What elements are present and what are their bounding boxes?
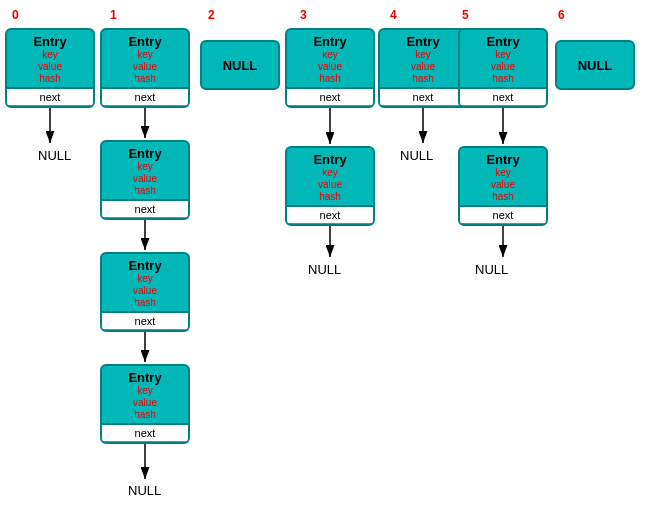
index-2: 2 <box>208 8 215 22</box>
index-5: 5 <box>462 8 469 22</box>
index-1: 1 <box>110 8 117 22</box>
entry-3-hash: hash <box>319 73 341 85</box>
entry-1c3-key: key <box>137 385 153 397</box>
entry-5-chain-1: Entry key value hash next <box>458 146 548 226</box>
null-label-3: NULL <box>308 262 341 277</box>
index-3: 3 <box>300 8 307 22</box>
entry-1c2-value: value <box>133 285 157 297</box>
entry-1-value: value <box>133 61 157 73</box>
entry-3-value: value <box>318 61 342 73</box>
entry-1c2-hash: hash <box>134 297 156 309</box>
entry-1c3-next: next <box>102 423 188 441</box>
entry-3c1-title: Entry <box>313 152 346 167</box>
entry-0-title: Entry <box>33 34 66 49</box>
null-2-label: NULL <box>223 58 258 73</box>
entry-1c1-title: Entry <box>128 146 161 161</box>
entry-5-hash: hash <box>492 73 514 85</box>
entry-5c1-body: Entry key value hash <box>460 148 546 205</box>
entry-5c1-next: next <box>460 205 546 223</box>
index-6: 6 <box>558 8 565 22</box>
entry-3c1-key: key <box>322 167 338 179</box>
entry-3c1-hash: hash <box>319 191 341 203</box>
entry-4-hash: hash <box>412 73 434 85</box>
entry-1-hash: hash <box>134 73 156 85</box>
entry-5c1-hash: hash <box>492 191 514 203</box>
entry-5-key: key <box>495 49 511 61</box>
entry-0-next: next <box>7 87 93 105</box>
entry-1c3-hash: hash <box>134 409 156 421</box>
entry-1-chain-2: Entry key value hash next <box>100 252 190 332</box>
entry-1c1-hash: hash <box>134 185 156 197</box>
entry-1-chain-1: Entry key value hash next <box>100 140 190 220</box>
entry-3-title: Entry <box>313 34 346 49</box>
entry-4-next: next <box>380 87 466 105</box>
null-2: NULL <box>200 40 280 90</box>
entry-1-chain-3: Entry key value hash next <box>100 364 190 444</box>
null-label-0: NULL <box>38 148 71 163</box>
entry-1c3-value: value <box>133 397 157 409</box>
entry-1c2-key: key <box>137 273 153 285</box>
entry-5: Entry key value hash next <box>458 28 548 108</box>
entry-4: Entry key value hash next <box>378 28 468 108</box>
null-label-1end: NULL <box>128 483 161 498</box>
entry-1c2-next: next <box>102 311 188 329</box>
entry-5c1-title: Entry <box>486 152 519 167</box>
entry-1-key: key <box>137 49 153 61</box>
entry-0-value: value <box>38 61 62 73</box>
entry-5c1-value: value <box>491 179 515 191</box>
entry-1c2-body: Entry key value hash <box>102 254 188 311</box>
entry-0: Entry key value hash next <box>5 28 95 108</box>
null-label-5: NULL <box>475 262 508 277</box>
entry-3-next: next <box>287 87 373 105</box>
entry-1c3-body: Entry key value hash <box>102 366 188 423</box>
entry-1-body: Entry key value hash <box>102 30 188 87</box>
entry-1c1-next: next <box>102 199 188 217</box>
diagram: 0 1 2 3 4 5 6 Entry key value hash next … <box>0 0 656 521</box>
entry-3c1-body: Entry key value hash <box>287 148 373 205</box>
entry-4-body: Entry key value hash <box>380 30 466 87</box>
entry-1c1-body: Entry key value hash <box>102 142 188 199</box>
entry-4-title: Entry <box>406 34 439 49</box>
entry-5-title: Entry <box>486 34 519 49</box>
entry-3: Entry key value hash next <box>285 28 375 108</box>
entry-1-next: next <box>102 87 188 105</box>
null-6-label: NULL <box>578 58 613 73</box>
null-6: NULL <box>555 40 635 90</box>
entry-4-value: value <box>411 61 435 73</box>
entry-3c1-next: next <box>287 205 373 223</box>
entry-5-next: next <box>460 87 546 105</box>
entry-4-key: key <box>415 49 431 61</box>
entry-3-chain-1: Entry key value hash next <box>285 146 375 226</box>
entry-1c1-key: key <box>137 161 153 173</box>
entry-3-body: Entry key value hash <box>287 30 373 87</box>
entry-5-value: value <box>491 61 515 73</box>
index-0: 0 <box>12 8 19 22</box>
entry-0-hash: hash <box>39 73 61 85</box>
index-4: 4 <box>390 8 397 22</box>
entry-3c1-value: value <box>318 179 342 191</box>
entry-1c2-title: Entry <box>128 258 161 273</box>
entry-3-key: key <box>322 49 338 61</box>
entry-5c1-key: key <box>495 167 511 179</box>
entry-1: Entry key value hash next <box>100 28 190 108</box>
null-label-4: NULL <box>400 148 433 163</box>
entry-5-body: Entry key value hash <box>460 30 546 87</box>
entry-1c1-value: value <box>133 173 157 185</box>
entry-0-key: key <box>42 49 58 61</box>
entry-0-body: Entry key value hash <box>7 30 93 87</box>
entry-1c3-title: Entry <box>128 370 161 385</box>
entry-1-title: Entry <box>128 34 161 49</box>
